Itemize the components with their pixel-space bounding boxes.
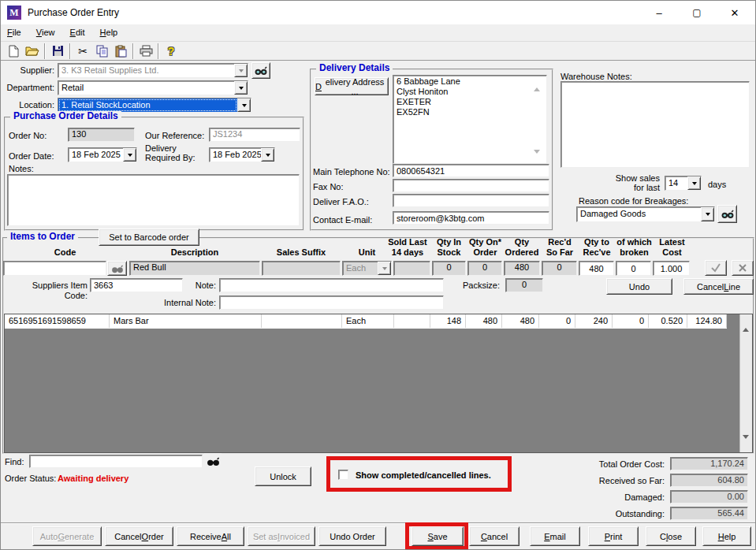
paste-button[interactable] [111,43,130,60]
save-button[interactable]: Save [412,526,464,546]
undo-order-button[interactable]: Undo Order [318,526,386,546]
department-dropdown-button[interactable] [234,81,248,95]
receive-all-button[interactable]: Receive All [177,526,244,546]
new-document-button[interactable] [4,43,23,60]
menu-bar: File View Edit Help [1,24,755,41]
delivery-required-picker[interactable]: 18 Feb 2025 [209,147,275,162]
delivery-details-title: Delivery Details [316,63,393,73]
entry-latest-cost-input[interactable] [653,261,690,276]
outstanding-value: 565.44 [670,507,748,520]
cut-button[interactable]: ✂ [73,43,92,60]
help-button[interactable]: ? [162,43,181,60]
clear-line-button[interactable] [732,260,754,276]
delivery-address-button[interactable]: Delivery Address ... [315,77,389,95]
set-to-barcode-order-button[interactable]: Set to Barcode order [99,229,199,246]
header-qty-ordered: Qty Ordered [500,237,544,258]
main-telephone-input[interactable] [393,164,549,177]
buttonbar-divider [1,522,755,524]
fax-input[interactable] [393,179,549,192]
breakages-dropdown-button[interactable] [701,207,714,221]
grid-scrollbar[interactable] [739,314,752,452]
our-reference-field[interactable]: JS1234 [209,128,300,142]
total-order-cost-value: 1,170.24 [670,457,748,470]
entry-qty-on-order-field: 0 [467,261,502,276]
binoculars-icon [254,65,268,76]
save-button[interactable] [48,43,67,60]
show-sales-days-combo[interactable]: 14 [665,176,702,191]
contact-email-input[interactable] [393,211,549,225]
app-icon: M [7,6,21,20]
chevron-down-icon [242,104,247,107]
open-button[interactable] [23,43,42,60]
entry-qty-ordered-field: 480 [504,261,540,276]
print-button[interactable]: Print [588,526,639,546]
paste-icon [115,45,127,58]
breakages-label: Reason code for Breakages: [579,196,688,206]
breakages-value: Damaged Goods [577,207,701,221]
entry-code-search-button[interactable] [107,261,127,276]
order-date-dropdown-button[interactable] [123,148,136,162]
cell-unit: Each [342,314,394,328]
note-label: Note: [184,281,216,291]
supplier-combo[interactable]: 3. K3 Retail Supplies Ltd. [58,63,248,78]
grid-row-mars-bar[interactable]: 6516951691598659 Mars Bar Each 148 480 4… [5,314,727,328]
location-dropdown-button[interactable] [237,98,251,112]
copy-button[interactable] [92,43,111,60]
supplier-dropdown-button[interactable] [234,64,248,77]
menu-view[interactable]: View [30,24,61,40]
menu-edit[interactable]: Edit [64,24,91,40]
supplier-search-button[interactable] [251,62,270,79]
department-value: Retail [58,81,234,95]
breakages-search-button[interactable] [717,205,737,223]
menu-file[interactable]: File [1,24,28,40]
menu-help[interactable]: Help [94,24,125,40]
suppliers-item-code-input[interactable] [90,278,183,292]
delivery-required-dropdown-button[interactable] [261,148,274,162]
order-date-label: Order Date: [9,151,54,162]
find-input[interactable] [29,455,203,468]
entry-unit-combo: Each [342,261,392,276]
scroll-down-icon[interactable] [743,439,749,448]
new-document-icon [8,45,20,58]
entry-qty-to-receive-input[interactable] [579,261,614,276]
chevron-down-icon [706,213,710,216]
undo-button[interactable]: Undo [606,278,672,295]
entry-code-input[interactable] [3,261,106,276]
find-search-button[interactable] [204,453,222,470]
scroll-up-icon[interactable] [743,318,749,328]
entry-of-which-broken-input[interactable] [616,261,651,276]
total-order-cost-label: Total Order Cost: [567,459,665,470]
show-completed-checkbox[interactable] [338,470,348,480]
unlock-button[interactable]: Unlock [255,466,311,486]
cancel-button[interactable]: Cancel [469,526,520,546]
breakages-combo[interactable]: Damaged Goods [576,206,715,222]
cancel-line-button[interactable]: Cancel Line [683,278,754,295]
scroll-up-icon[interactable] [534,78,540,87]
checkmark-icon [710,263,721,273]
cell-qty-ordered: 480 [502,314,539,328]
close-window-button[interactable]: Close [646,526,696,546]
close-button[interactable]: ✕ [717,1,753,24]
delivery-address-field[interactable]: 6 Babbage Lane Clyst Honiton EXETER EX52… [393,75,547,164]
note-input[interactable] [219,278,444,292]
cancel-order-button[interactable]: Cancel Order [105,526,173,546]
scroll-down-icon[interactable] [534,154,540,163]
help-bottom-button[interactable]: Help [702,526,751,546]
confirm-line-button[interactable] [705,260,727,276]
cell-qty-to-receive: 240 [575,314,613,328]
notes-field[interactable] [7,174,300,226]
internal-note-input[interactable] [219,295,444,310]
auto-generate-button: Auto Generate [32,526,102,546]
show-sales-dropdown-button[interactable] [687,177,701,190]
chevron-down-icon [128,154,132,157]
minimize-button[interactable]: – [641,1,677,24]
order-date-picker[interactable]: 18 Feb 2025 [68,147,137,162]
minimize-icon: – [656,7,661,19]
print-button[interactable] [136,43,155,60]
cell-qty-on-order: 480 [466,314,502,328]
warehouse-notes-field[interactable] [560,81,750,168]
department-combo[interactable]: Retail [58,80,248,95]
maximize-button[interactable]: ▢ [679,1,715,24]
email-button[interactable]: Email [530,526,580,546]
deliver-fao-input[interactable] [393,194,549,207]
